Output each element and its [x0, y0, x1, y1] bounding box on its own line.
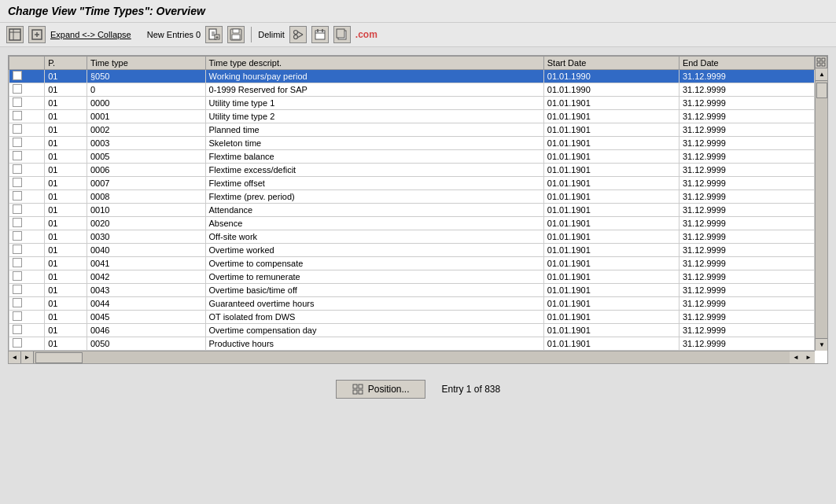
row-time-type[interactable]: 0050 — [87, 337, 205, 351]
row-checkbox[interactable] — [13, 138, 22, 147]
delimit-icon-3[interactable] — [333, 26, 351, 43]
row-checkbox[interactable] — [13, 204, 22, 214]
row-checkbox[interactable] — [13, 338, 22, 348]
row-sel-cell[interactable] — [9, 311, 45, 324]
table-row[interactable]: 010008Flextime (prev. period)01.01.19013… — [9, 190, 815, 204]
row-checkbox[interactable] — [13, 325, 22, 334]
table-row[interactable]: 010020Absence01.01.190131.12.9999 — [9, 217, 815, 230]
row-time-type[interactable]: 0020 — [87, 217, 205, 230]
delimit-btn[interactable]: Delimit — [258, 30, 285, 39]
row-time-type[interactable]: 0005 — [87, 150, 205, 164]
row-checkbox[interactable] — [13, 271, 22, 281]
table-row[interactable]: 010041Overtime to compensate01.01.190131… — [9, 257, 815, 270]
row-time-type[interactable]: 0003 — [87, 137, 205, 150]
row-time-type[interactable]: 0030 — [87, 230, 205, 244]
scroll-left-btn[interactable]: ◄ — [9, 351, 21, 364]
row-checkbox[interactable] — [13, 178, 22, 187]
row-sel-cell[interactable] — [9, 110, 45, 123]
table-row[interactable]: 010046Overtime compensation day01.01.190… — [9, 324, 815, 337]
table-row[interactable]: 010002Planned time01.01.190131.12.9999 — [9, 123, 815, 137]
table-row[interactable]: 010001Utility time type 201.01.190131.12… — [9, 110, 815, 123]
row-checkbox[interactable] — [13, 191, 22, 200]
scroll-thumb-h[interactable] — [35, 352, 83, 363]
row-checkbox[interactable] — [13, 231, 22, 241]
table-row[interactable]: 010044Guaranteed overtime hours01.01.190… — [9, 297, 815, 311]
row-checkbox[interactable] — [13, 84, 22, 94]
row-sel-cell[interactable] — [9, 270, 45, 284]
row-sel-cell[interactable] — [9, 204, 45, 217]
scroll-right-btn[interactable]: ► — [21, 351, 34, 364]
row-sel-cell[interactable] — [9, 297, 45, 311]
row-time-type[interactable]: 0000 — [87, 97, 205, 110]
row-sel-cell[interactable] — [9, 284, 45, 297]
table-row[interactable]: 010005Flextime balance01.01.190131.12.99… — [9, 150, 815, 164]
row-checkbox[interactable] — [13, 164, 22, 174]
vertical-scrollbar[interactable]: ▲ ▼ — [815, 68, 827, 351]
row-sel-cell[interactable] — [9, 257, 45, 270]
scroll-thumb-v[interactable] — [816, 83, 827, 98]
row-sel-cell[interactable] — [9, 137, 45, 150]
scroll-down-btn[interactable]: ▼ — [816, 338, 828, 351]
row-time-type[interactable]: 0008 — [87, 190, 205, 204]
row-time-type[interactable]: §050 — [87, 70, 205, 83]
delimit-icon-2[interactable] — [311, 26, 329, 43]
row-checkbox[interactable] — [13, 218, 22, 227]
table-row[interactable]: 010010Attendance01.01.190131.12.9999 — [9, 204, 815, 217]
scroll-up-btn[interactable]: ▲ — [816, 68, 828, 81]
table-row[interactable]: 0100-1999 Reserved for SAP01.01.199031.1… — [9, 83, 815, 97]
row-sel-cell[interactable] — [9, 244, 45, 257]
table-row[interactable]: 010043Overtime basic/time off01.01.19013… — [9, 284, 815, 297]
row-sel-cell[interactable] — [9, 190, 45, 204]
row-sel-cell[interactable] — [9, 230, 45, 244]
row-time-type[interactable]: 0043 — [87, 284, 205, 297]
table-row[interactable]: 010042Overtime to remunerate01.01.190131… — [9, 270, 815, 284]
row-checkbox[interactable] — [13, 298, 22, 307]
row-sel-cell[interactable] — [9, 164, 45, 177]
row-checkbox[interactable] — [13, 311, 22, 321]
row-checkbox[interactable] — [13, 111, 22, 120]
table-row[interactable]: 010045OT isolated from DWS01.01.190131.1… — [9, 311, 815, 324]
row-time-type[interactable]: 0002 — [87, 123, 205, 137]
table-row[interactable]: 01§050Working hours/pay period01.01.1990… — [9, 70, 815, 83]
table-row[interactable]: 010003Skeleton time01.01.190131.12.9999 — [9, 137, 815, 150]
row-time-type[interactable]: 0046 — [87, 324, 205, 337]
row-sel-cell[interactable] — [9, 97, 45, 110]
table-row[interactable]: 010007Flextime offset01.01.190131.12.999… — [9, 177, 815, 190]
row-sel-cell[interactable] — [9, 217, 45, 230]
row-sel-cell[interactable] — [9, 337, 45, 351]
row-checkbox[interactable] — [13, 71, 22, 80]
row-sel-cell[interactable] — [9, 324, 45, 337]
row-time-type[interactable]: 0045 — [87, 311, 205, 324]
horizontal-scrollbar[interactable]: ◄ ► ◄ ► — [9, 351, 815, 363]
row-time-type[interactable]: 0010 — [87, 204, 205, 217]
row-time-type[interactable]: 0006 — [87, 164, 205, 177]
row-time-type[interactable]: 0001 — [87, 110, 205, 123]
row-time-type[interactable]: 0040 — [87, 244, 205, 257]
table-row[interactable]: 010000Utility time type 101.01.190131.12… — [9, 97, 815, 110]
row-sel-cell[interactable] — [9, 150, 45, 164]
row-time-type[interactable]: 0042 — [87, 270, 205, 284]
table-row[interactable]: 010030Off-site work01.01.190131.12.9999 — [9, 230, 815, 244]
new-entries-icon-2[interactable] — [227, 26, 245, 43]
expand-collapse-btn[interactable]: Expand <-> Collapse — [50, 30, 131, 39]
delimit-icon-1[interactable] — [289, 26, 307, 43]
row-checkbox[interactable] — [13, 285, 22, 294]
table-row[interactable]: 010050Productive hours01.01.190131.12.99… — [9, 337, 815, 351]
row-checkbox[interactable] — [13, 245, 22, 254]
row-time-type[interactable]: 0007 — [87, 177, 205, 190]
row-sel-cell[interactable] — [9, 70, 45, 83]
table-row[interactable]: 010006Flextime excess/deficit01.01.19013… — [9, 164, 815, 177]
row-time-type[interactable]: 0 — [87, 83, 205, 97]
row-sel-cell[interactable] — [9, 123, 45, 137]
row-time-type[interactable]: 0044 — [87, 297, 205, 311]
row-checkbox[interactable] — [13, 151, 22, 160]
position-button[interactable]: Position... — [336, 380, 426, 399]
row-sel-cell[interactable] — [9, 177, 45, 190]
row-checkbox[interactable] — [13, 124, 22, 134]
table-config-icon[interactable] — [815, 56, 827, 68]
table-row[interactable]: 010040Overtime worked01.01.190131.12.999… — [9, 244, 815, 257]
row-checkbox[interactable] — [13, 97, 22, 107]
row-sel-cell[interactable] — [9, 83, 45, 97]
new-entries-icon-1[interactable] — [205, 26, 223, 43]
row-checkbox[interactable] — [13, 258, 22, 267]
